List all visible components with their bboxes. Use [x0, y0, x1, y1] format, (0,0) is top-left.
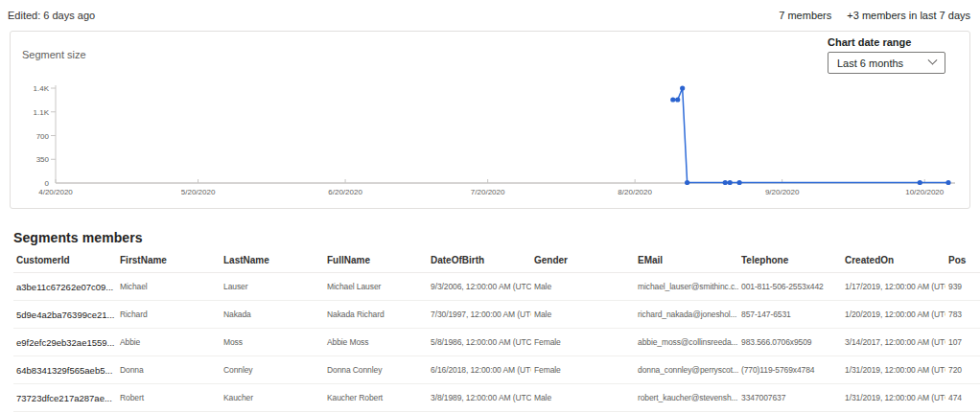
cell-lastname: Moss — [221, 337, 324, 347]
cell-lastname: Nakada — [221, 310, 324, 319]
cell-pos: 783 — [945, 310, 980, 319]
cell-customerid: 5d9e4a2ba76399ce21... — [13, 310, 117, 320]
svg-text:350: 350 — [36, 155, 50, 164]
column-header-pos[interactable]: Pos — [945, 255, 980, 265]
cell-fullname: Abbie Moss — [324, 337, 428, 347]
cell-email: donna_connley@perryscot... — [635, 365, 738, 375]
chart-date-range-value: Last 6 months — [837, 57, 903, 69]
svg-text:6/20/2020: 6/20/2020 — [328, 188, 362, 196]
cell-gender: Female — [531, 337, 635, 347]
cell-email: abbie_moss@collinsreeda... — [635, 337, 738, 347]
svg-text:700: 700 — [36, 132, 50, 141]
cell-dateofbirth: 5/8/1986, 12:00:00 AM (UTC) — [428, 337, 531, 347]
column-header-email[interactable]: EMail — [635, 255, 738, 265]
cell-gender: Male — [531, 393, 635, 402]
cell-telephone: 001-811-506-2553x442 — [738, 282, 842, 291]
cell-fullname: Nakada Richard — [324, 310, 428, 319]
cell-fullname: Kaucher Robert — [324, 393, 428, 402]
table-row[interactable]: 73723dfce217a287ae...RobertKaucherKauche… — [13, 384, 980, 412]
cell-gender: Male — [531, 282, 635, 291]
table-row[interactable]: a3be11c67262e07c09...MichaelLauserMichae… — [13, 273, 980, 301]
cell-telephone: 983.566.0706x9509 — [738, 337, 842, 347]
column-header-dateofbirth[interactable]: DateOfBirth — [428, 255, 531, 265]
chart-date-range-label: Chart date range — [828, 36, 945, 48]
cell-telephone: (770)119-5769x4784 — [738, 365, 842, 375]
column-header-gender[interactable]: Gender — [531, 255, 635, 265]
cell-pos: 939 — [945, 282, 980, 291]
svg-text:0: 0 — [45, 179, 50, 188]
members-delta: +3 members in last 7 days — [847, 10, 970, 21]
cell-pos: 474 — [945, 393, 980, 402]
cell-gender: Female — [531, 365, 635, 375]
cell-customerid: e9f2efc29eb32ae1559... — [13, 337, 117, 348]
column-header-customerid[interactable]: CustomerId — [13, 255, 117, 265]
cell-customerid: 64b8341329f565aeb5... — [13, 365, 117, 376]
cell-firstname: Richard — [117, 310, 221, 319]
cell-email: michael_lauser@smithinc.c... — [635, 282, 738, 291]
column-header-fullname[interactable]: FullName — [324, 255, 428, 265]
cell-dateofbirth: 6/16/2018, 12:00:00 AM (UTC) — [428, 365, 531, 375]
cell-createdon: 1/31/2019, 12:00:00 AM (UTC) — [842, 365, 945, 375]
svg-text:1.1K: 1.1K — [34, 108, 50, 117]
cell-dateofbirth: 7/30/1997, 12:00:00 AM (UTC) — [428, 310, 531, 319]
status-bar: Edited: 6 days ago 7 members +3 members … — [0, 0, 980, 31]
table-row[interactable]: 5d9e4a2ba76399ce21...RichardNakadaNakada… — [13, 301, 980, 329]
chart-title: Segment size — [22, 49, 86, 60]
table-row[interactable]: 64b8341329f565aeb5...DonnaConnleyDonna C… — [13, 356, 980, 384]
members-table: CustomerIdFirstNameLastNameFullNameDateO… — [13, 255, 980, 412]
cell-dateofbirth: 3/8/1989, 12:00:00 AM (UTC) — [428, 393, 531, 402]
cell-fullname: Donna Connley — [324, 365, 428, 375]
column-header-firstname[interactable]: FirstName — [117, 255, 221, 265]
table-row[interactable]: e9f2efc29eb32ae1559...AbbieMossAbbie Mos… — [13, 329, 980, 356]
cell-email: richard_nakada@joneshol... — [635, 310, 738, 319]
cell-createdon: 3/14/2017, 12:00:00 AM (UTC) — [842, 337, 945, 347]
cell-createdon: 1/20/2019, 12:00:00 AM (UTC) — [842, 310, 945, 319]
svg-text:7/20/2020: 7/20/2020 — [471, 188, 505, 196]
cell-pos: 720 — [945, 365, 980, 375]
column-header-lastname[interactable]: LastName — [221, 255, 324, 265]
svg-text:5/20/2020: 5/20/2020 — [181, 188, 216, 196]
edited-timestamp: Edited: 6 days ago — [8, 10, 95, 21]
chart-date-range-dropdown[interactable]: Last 6 months — [828, 52, 945, 74]
svg-text:8/20/2020: 8/20/2020 — [618, 188, 652, 196]
cell-lastname: Lauser — [221, 282, 324, 291]
column-header-telephone[interactable]: Telephone — [738, 255, 842, 265]
cell-telephone: 3347007637 — [738, 393, 842, 402]
cell-createdon: 1/17/2019, 12:00:00 AM (UTC) — [842, 282, 945, 291]
cell-customerid: a3be11c67262e07c09... — [13, 282, 117, 292]
members-count: 7 members — [779, 10, 831, 21]
cell-lastname: Kaucher — [221, 393, 324, 402]
segments-members-title: Segments members — [13, 230, 980, 245]
cell-dateofbirth: 9/3/2006, 12:00:00 AM (UTC) — [428, 282, 531, 291]
svg-text:1.4K: 1.4K — [34, 84, 50, 93]
cell-gender: Male — [531, 310, 635, 319]
cell-firstname: Donna — [117, 365, 221, 375]
cell-firstname: Abbie — [117, 337, 221, 347]
cell-email: robert_kaucher@stevensh... — [635, 393, 738, 402]
svg-text:10/20/2020: 10/20/2020 — [905, 188, 945, 196]
cell-firstname: Robert — [117, 393, 221, 402]
cell-customerid: 73723dfce217a287ae... — [13, 393, 117, 403]
segments-members-section: Segments members CustomerIdFirstNameLast… — [0, 230, 980, 412]
column-header-createdon[interactable]: CreatedOn — [842, 255, 945, 265]
cell-lastname: Connley — [221, 365, 324, 375]
cell-createdon: 1/31/2019, 12:00:00 AM (UTC) — [842, 393, 945, 402]
cell-pos: 107 — [945, 337, 980, 347]
segment-size-card: 03507001.1K1.4K4/20/20205/20/20206/20/20… — [10, 31, 970, 209]
cell-fullname: Michael Lauser — [324, 282, 428, 291]
svg-text:9/20/2020: 9/20/2020 — [765, 188, 800, 196]
cell-telephone: 857-147-6531 — [738, 310, 842, 319]
svg-text:4/20/2020: 4/20/2020 — [38, 188, 73, 196]
chevron-down-icon — [928, 56, 938, 65]
members-table-header: CustomerIdFirstNameLastNameFullNameDateO… — [13, 255, 980, 273]
cell-firstname: Michael — [117, 282, 221, 291]
